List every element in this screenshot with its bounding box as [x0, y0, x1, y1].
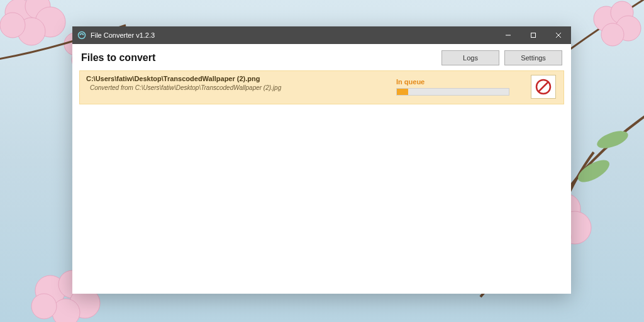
- svg-point-17: [31, 294, 57, 319]
- cancel-button[interactable]: [531, 75, 556, 99]
- svg-point-9: [594, 6, 619, 31]
- item-actions: [528, 75, 558, 99]
- svg-rect-32: [531, 33, 536, 38]
- progress-bar: [396, 88, 509, 96]
- item-status-block: In queue: [396, 75, 522, 99]
- close-icon: [555, 32, 562, 38]
- progress-fill: [397, 89, 408, 95]
- maximize-button[interactable]: [521, 26, 546, 44]
- conversion-item: C:\Users\fatiw\Desktop\TranscodedWallpap…: [79, 70, 564, 104]
- svg-line-36: [539, 82, 548, 92]
- minimize-icon: [505, 32, 511, 38]
- item-paths: C:\Users\fatiw\Desktop\TranscodedWallpap…: [86, 75, 396, 99]
- close-button[interactable]: [546, 26, 571, 44]
- svg-point-29: [595, 128, 630, 152]
- window-controls: [496, 26, 571, 44]
- status-text: In queue: [396, 78, 522, 86]
- svg-point-28: [575, 156, 613, 187]
- cancel-icon: [535, 78, 552, 96]
- svg-point-3: [18, 18, 45, 45]
- titlebar[interactable]: File Converter v1.2.3: [72, 26, 571, 44]
- svg-point-30: [79, 32, 86, 39]
- toolbar: Files to convert Logs Settings: [72, 44, 571, 70]
- svg-point-16: [52, 299, 80, 322]
- app-window: File Converter v1.2.3 Files to convert L…: [72, 26, 571, 294]
- svg-point-0: [5, 0, 33, 26]
- app-icon: [77, 31, 86, 40]
- minimize-button[interactable]: [496, 26, 521, 44]
- output-path: C:\Users\fatiw\Desktop\TranscodedWallpap…: [86, 75, 396, 82]
- svg-point-11: [616, 16, 641, 41]
- svg-point-13: [35, 275, 65, 306]
- window-title: File Converter v1.2.3: [91, 31, 496, 39]
- converted-from-label: Converted from: [90, 84, 135, 91]
- logs-button[interactable]: Logs: [441, 50, 499, 65]
- maximize-icon: [530, 32, 536, 38]
- page-heading: Files to convert: [81, 52, 436, 64]
- svg-point-1: [25, 0, 50, 19]
- source-path-line: Converted from C:\Users\fatiw\Desktop\Tr…: [90, 84, 396, 91]
- settings-button[interactable]: Settings: [504, 50, 562, 65]
- svg-point-10: [611, 1, 633, 24]
- svg-point-2: [35, 7, 65, 37]
- svg-point-12: [601, 23, 624, 46]
- svg-point-4: [0, 13, 25, 38]
- source-path: C:\Users\fatiw\Desktop\TranscodedWallpap…: [135, 84, 282, 91]
